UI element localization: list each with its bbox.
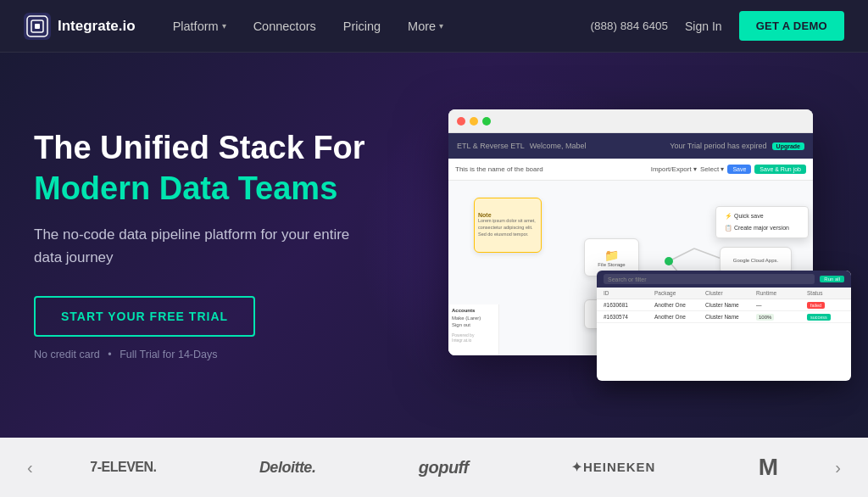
toolbar-trial-text: Your Trial period has expired bbox=[670, 142, 766, 150]
nav-platform[interactable]: Platform ▾ bbox=[161, 13, 238, 40]
hero-subtitle: The no-code data pipeline platform for y… bbox=[34, 224, 356, 269]
status-failed-badge: failed bbox=[807, 302, 825, 309]
logo[interactable]: Integrate.io bbox=[24, 13, 136, 40]
context-major-version[interactable]: 📋 Create major version bbox=[720, 222, 804, 234]
svg-point-10 bbox=[665, 257, 673, 265]
mockup-sub-toolbar: This is the name of the board Import/Exp… bbox=[448, 159, 813, 181]
brand-logos-list: 7-ELEVEN. Deloitte. gopuff ✦HEINEKEN M bbox=[43, 454, 826, 481]
save-button[interactable]: Save bbox=[727, 165, 751, 174]
cell-id: #1630681 bbox=[604, 302, 637, 308]
sec-toolbar: Search or filter Run all bbox=[597, 271, 851, 288]
svg-line-6 bbox=[669, 248, 694, 261]
window-minimize-dot bbox=[470, 117, 478, 126]
toolbar-import: Import/Export ▾ bbox=[651, 165, 697, 173]
hero-title-line1: The Unified Stack For bbox=[34, 130, 365, 167]
board-title: This is the name of the board bbox=[455, 165, 543, 173]
hero-title-line2: Modern Data Teams bbox=[34, 170, 365, 208]
col-id: ID bbox=[604, 290, 637, 296]
chevron-down-icon: ▾ bbox=[222, 21, 226, 31]
sec-search-bar[interactable]: Search or filter bbox=[604, 274, 815, 284]
logos-next-button[interactable]: › bbox=[825, 451, 851, 484]
toolbar-greeting: Welcome, Mabel bbox=[530, 142, 587, 150]
logos-prev-button[interactable]: ‹ bbox=[17, 451, 43, 484]
note-node[interactable]: Note Lorem ipsum dolor sit amet, consect… bbox=[474, 198, 542, 253]
nav-more[interactable]: More ▾ bbox=[396, 13, 455, 40]
trial-button[interactable]: START YOUR FREE TRIAL bbox=[34, 296, 255, 337]
brand-heineken: ✦HEINEKEN bbox=[571, 460, 656, 475]
upgrade-badge[interactable]: Upgrade bbox=[772, 142, 804, 150]
svg-rect-3 bbox=[35, 24, 40, 29]
run-all-button[interactable]: Run all bbox=[820, 276, 844, 282]
toolbar-select: Select ▾ bbox=[700, 165, 724, 173]
col-package: Package bbox=[654, 290, 688, 296]
save-run-button[interactable]: Save & Run job bbox=[754, 165, 806, 174]
table-header: ID Package Cluster Runtime Status bbox=[597, 288, 851, 299]
dashboard-mockup: ETL & Reverse ETL Welcome, Mabel Your Tr… bbox=[448, 109, 851, 381]
brand-deloitte: Deloitte. bbox=[259, 459, 316, 477]
window-close-dot bbox=[457, 117, 465, 126]
brand-7eleven: 7-ELEVEN. bbox=[90, 460, 156, 475]
cell-id: #1630574 bbox=[604, 314, 637, 320]
col-runtime: Runtime bbox=[756, 290, 790, 296]
phone-number: (888) 884 6405 bbox=[590, 20, 668, 32]
nav-right: (888) 884 6405 Sign In GET A DEMO bbox=[590, 11, 844, 41]
cell-status: failed bbox=[807, 302, 841, 308]
context-quick-save[interactable]: ⚡ Quick save bbox=[720, 210, 804, 222]
nav-links: Platform ▾ Connectors Pricing More ▾ bbox=[161, 13, 591, 40]
get-demo-button[interactable]: GET A DEMO bbox=[739, 11, 844, 41]
cell-package: Another One bbox=[654, 302, 688, 308]
cell-status: success bbox=[807, 314, 841, 320]
navbar: Integrate.io Platform ▾ Connectors Prici… bbox=[0, 0, 868, 53]
cell-runtime: 100% bbox=[756, 314, 790, 320]
search-placeholder: Search or filter bbox=[608, 276, 647, 282]
context-menu: ⚡ Quick save 📋 Create major version bbox=[715, 206, 809, 238]
col-status: Status bbox=[807, 290, 841, 296]
table-row: #1630574 Another One Cluster Name 100% s… bbox=[597, 311, 851, 323]
window-maximize-dot bbox=[482, 117, 491, 126]
mockup-toolbar: ETL & Reverse ETL Welcome, Mabel Your Tr… bbox=[448, 133, 813, 159]
cell-runtime: — bbox=[756, 302, 790, 308]
cell-package: Another One bbox=[654, 314, 688, 320]
table-row: #1630681 Another One Cluster Name — fail… bbox=[597, 299, 851, 311]
nav-connectors[interactable]: Connectors bbox=[242, 13, 328, 40]
status-success-badge: success bbox=[807, 314, 831, 321]
hero-content: The Unified Stack For Modern Data Teams … bbox=[34, 130, 365, 360]
trial-note: No credit card • Full Trial for 14-Days bbox=[34, 349, 365, 360]
left-panel: Accounts Make (Larer) Sign out Powered b… bbox=[448, 304, 499, 355]
toolbar-breadcrumb: ETL & Reverse ETL bbox=[457, 142, 525, 150]
logos-bar: ‹ 7-ELEVEN. Deloitte. gopuff ✦HEINEKEN M… bbox=[0, 438, 868, 497]
logo-text: Integrate.io bbox=[58, 18, 136, 35]
chevron-down-icon: ▾ bbox=[439, 21, 443, 31]
nav-pricing[interactable]: Pricing bbox=[331, 13, 392, 40]
signin-button[interactable]: Sign In bbox=[685, 20, 722, 33]
hero-section: The Unified Stack For Modern Data Teams … bbox=[0, 53, 868, 438]
mockup-secondary-window: Search or filter Run all ID Package Clus… bbox=[597, 271, 851, 381]
cell-cluster: Cluster Name bbox=[705, 314, 739, 320]
mockup-titlebar bbox=[448, 109, 813, 133]
cell-cluster: Cluster Name bbox=[705, 302, 739, 308]
col-cluster: Cluster bbox=[705, 290, 739, 296]
brand-gopuff: gopuff bbox=[419, 458, 469, 477]
brand-mcdonalds: M bbox=[759, 454, 778, 481]
